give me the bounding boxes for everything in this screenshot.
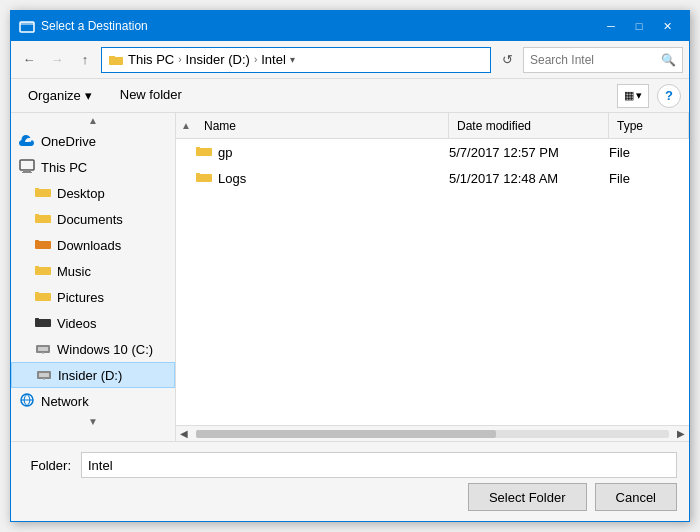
new-folder-button[interactable]: New folder — [109, 84, 193, 108]
sidebar-label-network: Network — [41, 394, 89, 409]
svg-rect-4 — [20, 160, 34, 170]
up-button[interactable]: ↑ — [73, 48, 97, 72]
sidebar-item-downloads[interactable]: Downloads — [11, 232, 175, 258]
main-content: ▲ OneDriveThis PCDesktopDocumentsDownloa… — [11, 113, 689, 441]
view-button[interactable]: ▦ ▾ — [617, 84, 649, 108]
thispc-icon — [19, 159, 35, 176]
sidebar-item-windows[interactable]: Windows 10 (C:) — [11, 336, 175, 362]
col-header-name[interactable]: Name — [196, 113, 449, 138]
address-path[interactable]: This PC › Insider (D:) › Intel ▾ — [101, 47, 491, 73]
forward-button[interactable]: → — [45, 48, 69, 72]
window-controls: ─ □ ✕ — [597, 11, 681, 41]
help-button[interactable]: ? — [657, 84, 681, 108]
file-rows: gp5/7/2017 12:57 PMFileLogs5/1/2017 12:4… — [176, 139, 689, 425]
sidebar-label-thispc: This PC — [41, 160, 87, 175]
downloads-icon — [35, 237, 51, 253]
scroll-left-button[interactable]: ◀ — [176, 426, 192, 442]
view-chevron: ▾ — [636, 89, 642, 102]
sidebar-label-onedrive: OneDrive — [41, 134, 96, 149]
organize-button[interactable]: Organize ▾ — [19, 84, 101, 108]
sidebar-label-music: Music — [57, 264, 91, 279]
view-icon: ▦ — [624, 89, 634, 102]
sidebar-item-documents[interactable]: Documents — [11, 206, 175, 232]
cancel-button[interactable]: Cancel — [595, 483, 677, 511]
maximize-button[interactable]: □ — [625, 11, 653, 41]
organize-label: Organize — [28, 88, 81, 103]
svg-rect-10 — [35, 215, 51, 223]
sidebar-label-windows: Windows 10 (C:) — [57, 342, 153, 357]
sidebar: ▲ OneDriveThis PCDesktopDocumentsDownloa… — [11, 113, 176, 441]
svg-point-24 — [43, 378, 45, 380]
file-row-logs[interactable]: Logs5/1/2017 12:48 AMFile — [176, 165, 689, 191]
folder-row: Folder: — [23, 452, 677, 478]
folder-input[interactable] — [81, 452, 677, 478]
sidebar-item-insider[interactable]: Insider (D:) — [11, 362, 175, 388]
toolbar: Organize ▾ New folder ▦ ▾ ? — [11, 79, 689, 113]
svg-rect-5 — [23, 170, 31, 172]
minimize-button[interactable]: ─ — [597, 11, 625, 41]
file-list-header: ▲ Name Date modified Type — [176, 113, 689, 139]
scroll-track[interactable] — [196, 430, 669, 438]
sidebar-label-downloads: Downloads — [57, 238, 121, 253]
address-bar: ← → ↑ This PC › Insider (D:) › Intel ▾ ↺… — [11, 41, 689, 79]
sidebar-item-thispc[interactable]: This PC — [11, 154, 175, 180]
network-icon — [19, 393, 35, 410]
sidebar-label-pictures: Pictures — [57, 290, 104, 305]
sidebar-label-documents: Documents — [57, 212, 123, 227]
svg-rect-30 — [196, 174, 212, 182]
folder-path-icon — [108, 52, 124, 68]
svg-rect-12 — [35, 241, 51, 249]
sidebar-item-network[interactable]: Network — [11, 388, 175, 414]
close-button[interactable]: ✕ — [653, 11, 681, 41]
footer: Folder: Select Folder Cancel — [11, 441, 689, 521]
svg-rect-28 — [196, 148, 212, 156]
pictures-icon — [35, 289, 51, 305]
sidebar-label-videos: Videos — [57, 316, 97, 331]
file-name-logs: Logs — [218, 171, 449, 186]
select-folder-button[interactable]: Select Folder — [468, 483, 587, 511]
dialog-icon — [19, 18, 35, 34]
search-input[interactable] — [530, 53, 657, 67]
sidebar-item-music[interactable]: Music — [11, 258, 175, 284]
svg-rect-6 — [22, 172, 32, 173]
svg-rect-1 — [20, 22, 34, 25]
refresh-button[interactable]: ↺ — [495, 48, 519, 72]
new-folder-label: New folder — [120, 87, 182, 102]
file-type-gp: File — [609, 145, 689, 160]
sidebar-item-desktop[interactable]: Desktop — [11, 180, 175, 206]
title-bar: Select a Destination ─ □ ✕ — [11, 11, 689, 41]
back-button[interactable]: ← — [17, 48, 41, 72]
organize-chevron: ▾ — [85, 88, 92, 103]
scroll-right-button[interactable]: ▶ — [673, 426, 689, 442]
dialog-title: Select a Destination — [41, 19, 597, 33]
file-row-gp[interactable]: gp5/7/2017 12:57 PMFile — [176, 139, 689, 165]
onedrive-icon — [19, 133, 35, 149]
list-scroll-up[interactable]: ▲ — [176, 120, 196, 131]
file-name-gp: gp — [218, 145, 449, 160]
svg-rect-23 — [39, 373, 49, 377]
svg-rect-20 — [38, 347, 48, 351]
sidebar-item-pictures[interactable]: Pictures — [11, 284, 175, 310]
file-date-logs: 5/1/2017 12:48 AM — [449, 171, 609, 186]
sidebar-scroll-up[interactable]: ▲ — [11, 113, 175, 128]
desktop-icon — [35, 185, 51, 201]
gp-folder-icon — [196, 144, 212, 160]
insider-icon — [36, 367, 52, 384]
help-label: ? — [665, 88, 673, 103]
path-intel: Intel — [261, 52, 286, 67]
svg-rect-16 — [35, 293, 51, 301]
sidebar-item-videos[interactable]: Videos — [11, 310, 175, 336]
sidebar-scroll-down[interactable]: ▼ — [11, 414, 175, 429]
col-header-type[interactable]: Type — [609, 113, 689, 138]
sidebar-label-desktop: Desktop — [57, 186, 105, 201]
search-box: 🔍 — [523, 47, 683, 73]
music-icon — [35, 263, 51, 279]
svg-rect-3 — [109, 57, 123, 65]
col-header-date[interactable]: Date modified — [449, 113, 609, 138]
file-type-logs: File — [609, 171, 689, 186]
scroll-thumb[interactable] — [196, 430, 496, 438]
svg-rect-18 — [35, 319, 51, 327]
videos-icon — [35, 315, 51, 331]
sidebar-item-onedrive[interactable]: OneDrive — [11, 128, 175, 154]
button-row: Select Folder Cancel — [23, 483, 677, 511]
